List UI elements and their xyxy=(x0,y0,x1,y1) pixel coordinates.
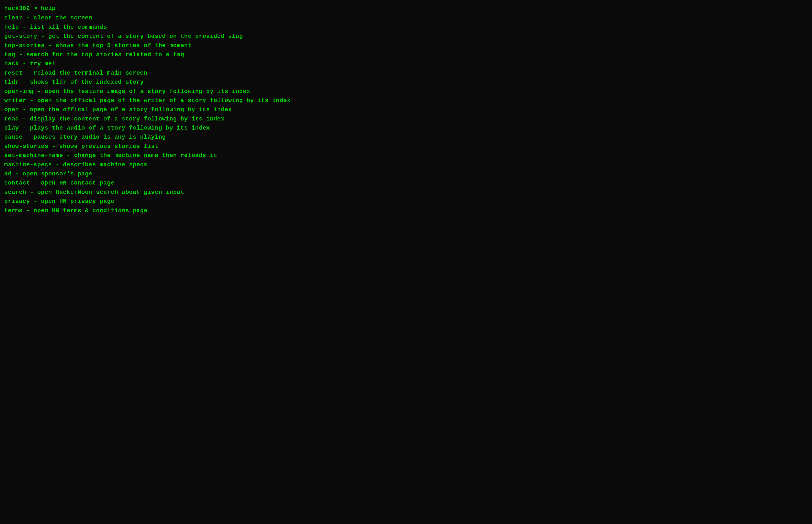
terminal-line: machine-specs - describes machine specs xyxy=(4,160,808,169)
terminal-line: play - plays the audio of a story follow… xyxy=(4,124,808,133)
terminal-line: show-stories - shows previous stories li… xyxy=(4,142,808,151)
terminal-line: tldr - shows tldr of the indexed story xyxy=(4,78,808,87)
terminal-line: reset - reload the terminal main screen xyxy=(4,68,808,78)
terminal-line: writer - open the offical page of the wr… xyxy=(4,96,808,105)
terminal-line: contact - open HN contact page xyxy=(4,178,808,187)
terminal-line: ad - open sponsor's page xyxy=(4,169,808,178)
terminal-line: hack - try me! xyxy=(4,59,808,68)
terminal-line: open - open the offical page of a story … xyxy=(4,105,808,114)
terminal-line: clear - clear the screen xyxy=(4,13,808,22)
terminal-line: set-machine-name - change the machine na… xyxy=(4,151,808,160)
terminal-line: top-stories - shows the top 5 stories of… xyxy=(4,41,808,50)
terminal-line: privacy - open HN privacy page xyxy=(4,197,808,206)
terminal-container: hack302 > help clear - clear the screenh… xyxy=(4,4,808,215)
terminal-line: read - display the content of a story fo… xyxy=(4,114,808,124)
terminal-line: help - list all the commands xyxy=(4,22,808,32)
terminal-line: open-img - open the feature image of a s… xyxy=(4,87,808,96)
terminal-line: terms - open HN terms & conditions page xyxy=(4,206,808,215)
terminal-line: pause - pauses story audio is any is pla… xyxy=(4,133,808,142)
terminal-line: tag - search for the top stories related… xyxy=(4,50,808,59)
terminal-prompt: hack302 > help xyxy=(4,4,808,13)
terminal-line: get-story - get the content of a story b… xyxy=(4,32,808,41)
terminal-line: search - open HackerNoon search about gi… xyxy=(4,188,808,197)
